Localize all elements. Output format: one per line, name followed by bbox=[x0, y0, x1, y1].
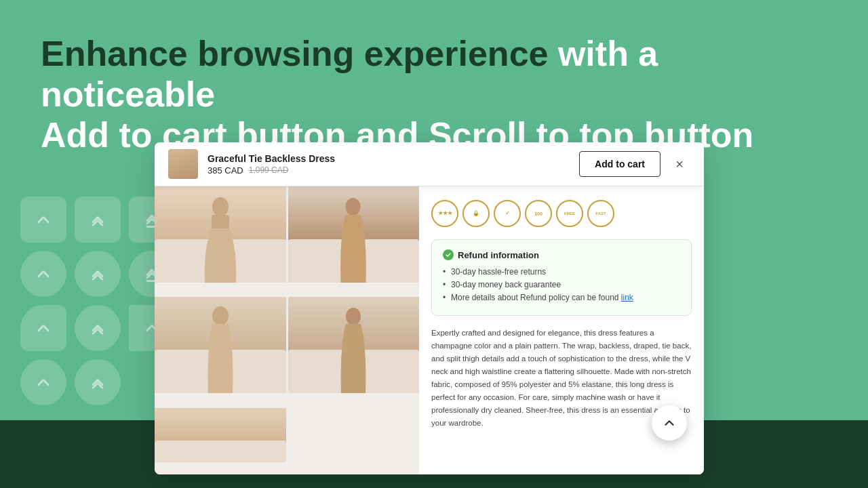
thumbnail-image bbox=[168, 149, 198, 179]
scroll-row-1 bbox=[20, 197, 175, 243]
refund-item-1: 30-day hassle-free returns bbox=[443, 267, 680, 277]
scroll-btn-rounded-2[interactable] bbox=[75, 251, 121, 297]
scroll-btn-square-1[interactable] bbox=[20, 197, 66, 243]
scroll-row-4 bbox=[20, 359, 175, 405]
scroll-btn-circle-3[interactable] bbox=[75, 359, 121, 405]
product-name: Graceful Tie Backless Dress bbox=[208, 153, 579, 164]
sticky-bar: Graceful Tie Backless Dress 385 CAD 1,09… bbox=[155, 142, 704, 186]
product-image-1 bbox=[155, 186, 286, 283]
refund-header: Refund information bbox=[443, 249, 680, 260]
price-original: 1,099 CAD bbox=[249, 165, 289, 175]
heading-dark-text: Enhance browsing experience bbox=[41, 34, 548, 73]
close-icon: × bbox=[675, 157, 684, 172]
product-image-5 bbox=[155, 408, 286, 462]
svg-point-5 bbox=[212, 306, 229, 325]
product-description: Expertly crafted and designed for elegan… bbox=[431, 327, 692, 430]
refund-title: Refund information bbox=[458, 250, 539, 260]
product-images-grid bbox=[155, 186, 419, 474]
price-row: 385 CAD 1,099 CAD bbox=[208, 165, 579, 176]
badges-row: ★★★ 🔒 ✓ 100 FREE FAST bbox=[431, 200, 692, 227]
refund-item-3: More details about Refund policy can be … bbox=[443, 293, 680, 302]
scroll-row-3 bbox=[20, 305, 175, 351]
scroll-row-2 bbox=[20, 251, 175, 297]
refund-list: 30-day hassle-free returns 30-day money … bbox=[443, 267, 680, 302]
heading-line1: Enhance browsing experience with a notic… bbox=[41, 34, 827, 115]
scroll-button-variants bbox=[20, 197, 175, 405]
product-image-2 bbox=[288, 186, 420, 283]
product-info: Graceful Tie Backless Dress 385 CAD 1,09… bbox=[208, 153, 579, 176]
product-thumbnail bbox=[168, 149, 198, 179]
refund-info-box: Refund information 30-day hassle-free re… bbox=[431, 239, 692, 316]
scroll-btn-rounded-1[interactable] bbox=[20, 251, 66, 297]
svg-point-2 bbox=[212, 197, 229, 216]
refund-item-2: 30-day money back guarantee bbox=[443, 280, 680, 289]
refund-link[interactable]: link bbox=[621, 293, 633, 302]
product-image-3 bbox=[155, 297, 286, 393]
product-card: Graceful Tie Backless Dress 385 CAD 1,09… bbox=[155, 142, 704, 474]
svg-point-6 bbox=[346, 308, 361, 325]
scroll-btn-circle-2[interactable] bbox=[20, 359, 66, 405]
badge-1: ★★★ bbox=[431, 200, 458, 227]
badge-6: FAST bbox=[587, 200, 614, 227]
add-to-cart-button[interactable]: Add to cart bbox=[579, 151, 660, 177]
price-current: 385 CAD bbox=[208, 165, 243, 176]
badge-2: 🔒 bbox=[462, 200, 490, 227]
badge-3: ✓ bbox=[494, 200, 521, 227]
scroll-btn-circle-1[interactable] bbox=[75, 305, 121, 351]
product-image-4 bbox=[288, 297, 420, 393]
scroll-btn-mixed-1[interactable] bbox=[20, 305, 66, 351]
badge-4: 100 bbox=[525, 200, 552, 227]
scroll-btn-square-2[interactable] bbox=[75, 197, 121, 243]
heading-area: Enhance browsing experience with a notic… bbox=[41, 34, 827, 155]
scroll-to-top-button[interactable] bbox=[652, 405, 687, 441]
refund-icon bbox=[443, 249, 454, 260]
svg-point-4 bbox=[346, 198, 361, 216]
close-button[interactable]: × bbox=[669, 153, 690, 175]
badge-5: FREE bbox=[556, 200, 583, 227]
